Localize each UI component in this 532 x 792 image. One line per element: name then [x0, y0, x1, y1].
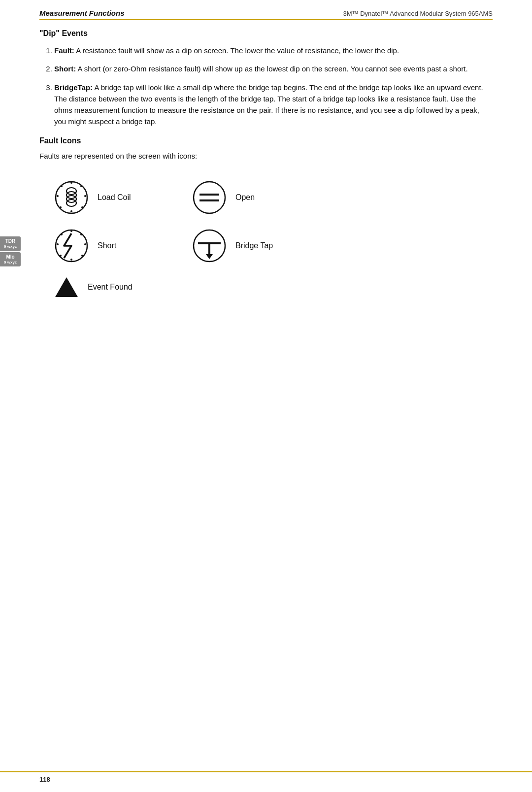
icon-item-short: Short — [54, 222, 192, 270]
fault-icons-desc: Faults are represented on the screen wit… — [39, 150, 493, 162]
mlo-tab-sub: 9 wxyz — [2, 260, 18, 265]
fault-icons-heading: Fault Icons — [39, 136, 493, 145]
svg-marker-29 — [55, 277, 78, 297]
svg-point-17 — [70, 230, 72, 232]
event-found-icon — [54, 275, 79, 299]
bridgetap-text: A bridge tap will look like a small dip … — [54, 83, 483, 126]
open-icon — [192, 180, 227, 215]
list-item-short: Short: A short (or zero-Ohm resistance f… — [54, 63, 493, 74]
icon-item-load-coil: Load Coil — [54, 173, 192, 222]
dip-events-list: Fault: A resistance fault will show as a… — [54, 45, 493, 128]
svg-point-20 — [81, 255, 83, 257]
load-coil-icon — [54, 180, 89, 215]
fault-term: Fault: — [54, 46, 74, 55]
svg-point-24 — [61, 233, 63, 235]
mlo-tab-title: Mlo — [2, 254, 18, 260]
page-footer: 118 — [39, 776, 50, 783]
tdr-tab-title: TDR — [2, 238, 18, 244]
list-item-bridgetap: BridgeTap: A bridge tap will look like a… — [54, 82, 493, 128]
load-coil-label: Load Coil — [98, 193, 131, 202]
svg-point-11 — [57, 195, 59, 197]
bridge-tap-label: Bridge Tap — [235, 241, 273, 250]
sidebar-tab-tdr[interactable]: TDR 9 wxyz — [0, 236, 21, 251]
fault-text: A resistance fault will show as a dip on… — [76, 46, 399, 55]
svg-point-0 — [56, 182, 87, 213]
short-text: A short (or zero-Ohm resistance fault) w… — [78, 65, 468, 73]
svg-point-10 — [60, 206, 62, 208]
sidebar: TDR 9 wxyz Mlo 9 wxyz — [0, 236, 21, 266]
icon-item-open: Open — [192, 173, 330, 222]
short-term: Short: — [54, 65, 76, 73]
svg-point-19 — [84, 243, 86, 245]
list-item-fault: Fault: A resistance fault will show as a… — [54, 45, 493, 56]
short-icon — [54, 229, 89, 263]
svg-point-6 — [80, 185, 82, 187]
bottom-rule — [0, 771, 532, 772]
sidebar-tab-mlo[interactable]: Mlo 9 wxyz — [0, 252, 21, 267]
svg-point-23 — [57, 243, 59, 245]
svg-point-8 — [81, 206, 83, 208]
icon-item-event-found: Event Found — [54, 270, 192, 304]
tdr-tab-sub: 9 wxyz — [2, 244, 18, 249]
event-found-label: Event Found — [88, 283, 133, 292]
page-container: Measurement Functions 3M™ Dynatel™ Advan… — [0, 0, 532, 324]
dip-events-heading: "Dip" Events — [39, 29, 493, 38]
svg-point-22 — [60, 255, 62, 257]
header-left: Measurement Functions — [39, 9, 125, 17]
svg-point-13 — [194, 182, 225, 213]
svg-point-18 — [80, 233, 82, 235]
icon-item-bridge-tap: Bridge Tap — [192, 222, 330, 270]
svg-point-12 — [61, 185, 63, 187]
svg-point-5 — [70, 182, 72, 184]
icons-grid: Load Coil Open — [54, 173, 330, 304]
bridge-tap-icon — [192, 229, 227, 263]
header-right: 3M™ Dynatel™ Advanced Modular System 965… — [343, 10, 493, 17]
svg-marker-28 — [206, 254, 213, 259]
short-label: Short — [98, 241, 116, 250]
svg-point-21 — [70, 259, 72, 261]
bridgetap-term: BridgeTap: — [54, 83, 93, 92]
svg-point-7 — [84, 195, 86, 197]
page-header: Measurement Functions 3M™ Dynatel™ Advan… — [39, 9, 493, 20]
page-number: 118 — [39, 776, 50, 783]
open-label: Open — [235, 193, 255, 202]
svg-point-9 — [70, 210, 72, 212]
